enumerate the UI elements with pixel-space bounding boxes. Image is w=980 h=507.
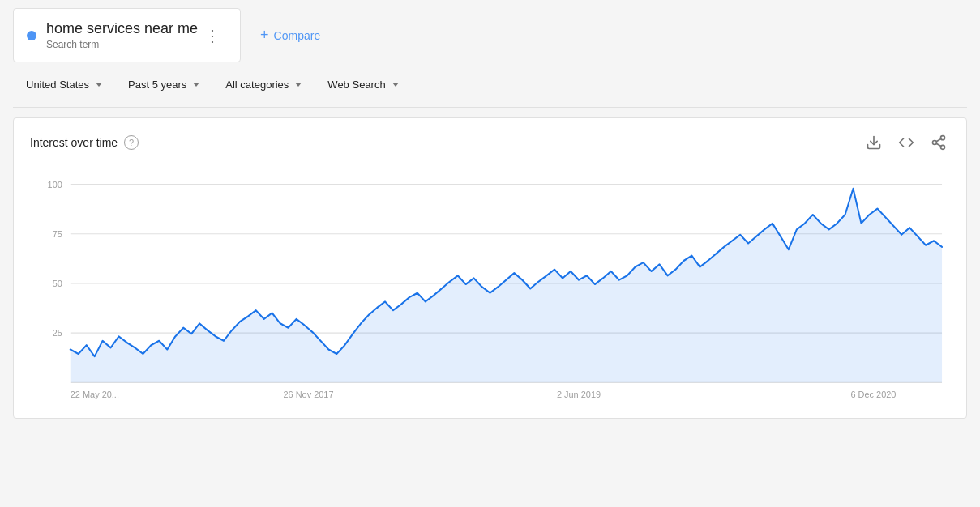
- search-type-chevron-icon: [392, 83, 399, 87]
- search-type-label: Web Search: [327, 79, 385, 91]
- chart-card: Interest over time ?: [13, 117, 967, 419]
- svg-text:75: 75: [53, 229, 62, 239]
- search-type-filter[interactable]: Web Search: [315, 72, 411, 97]
- search-type: Search term: [46, 39, 198, 50]
- svg-text:50: 50: [53, 279, 62, 288]
- search-card: home services near me Search term ⋮: [13, 8, 241, 62]
- embed-icon: [898, 134, 914, 151]
- share-icon: [931, 134, 947, 151]
- chart-actions: [862, 131, 950, 154]
- search-menu-button[interactable]: ⋮: [198, 24, 227, 47]
- filters-bar: United States Past 5 years All categorie…: [13, 62, 967, 108]
- period-label: Past 5 years: [128, 79, 186, 91]
- period-chevron-icon: [193, 83, 199, 87]
- category-label: All categories: [225, 79, 289, 91]
- category-chevron-icon: [295, 83, 302, 87]
- svg-text:22 May 20...: 22 May 20...: [71, 389, 119, 398]
- svg-text:2 Jun 2019: 2 Jun 2019: [557, 389, 601, 398]
- share-button[interactable]: [927, 131, 950, 154]
- help-icon[interactable]: ?: [124, 135, 139, 150]
- download-button[interactable]: [862, 131, 885, 154]
- top-row: home services near me Search term ⋮ + Co…: [13, 8, 967, 62]
- compare-plus-icon: +: [260, 27, 269, 44]
- chart-header: Interest over time ?: [30, 131, 950, 154]
- search-dot-indicator: [27, 31, 36, 40]
- svg-text:6 Dec 2020: 6 Dec 2020: [850, 389, 896, 398]
- page-wrapper: home services near me Search term ⋮ + Co…: [0, 0, 980, 507]
- svg-marker-15: [71, 189, 942, 383]
- compare-button[interactable]: + Compare: [241, 8, 340, 62]
- chart-svg: 100 75 50 25 22 May 20...: [30, 167, 950, 402]
- chart-title: Interest over time: [30, 136, 118, 149]
- svg-line-4: [936, 143, 941, 146]
- svg-line-5: [936, 138, 941, 141]
- embed-button[interactable]: [895, 131, 918, 154]
- search-text-group: home services near me Search term: [46, 20, 198, 50]
- category-filter[interactable]: All categories: [212, 72, 315, 97]
- period-filter[interactable]: Past 5 years: [115, 72, 212, 97]
- compare-label: Compare: [274, 29, 321, 42]
- chart-container: 100 75 50 25 22 May 20...: [30, 167, 950, 402]
- region-filter[interactable]: United States: [13, 72, 115, 97]
- chart-title-group: Interest over time ?: [30, 135, 139, 150]
- search-term: home services near me: [46, 20, 198, 37]
- svg-text:100: 100: [48, 179, 62, 189]
- download-icon: [866, 134, 882, 151]
- svg-text:26 Nov 2017: 26 Nov 2017: [283, 389, 333, 398]
- region-chevron-icon: [96, 83, 102, 87]
- region-label: United States: [26, 79, 89, 91]
- svg-text:25: 25: [53, 328, 62, 338]
